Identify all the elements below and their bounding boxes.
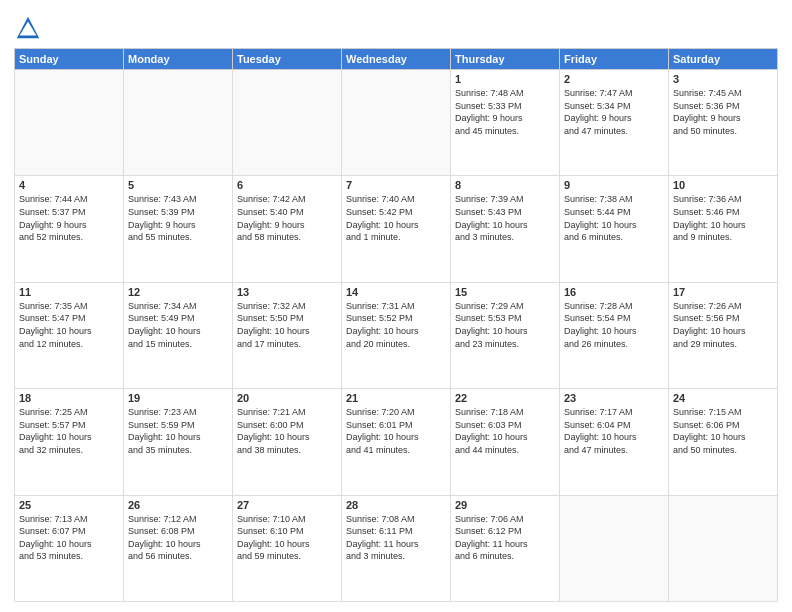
- weekday-header-row: SundayMondayTuesdayWednesdayThursdayFrid…: [15, 49, 778, 70]
- day-info: Sunrise: 7:26 AM Sunset: 5:56 PM Dayligh…: [673, 300, 773, 350]
- calendar-cell: 8Sunrise: 7:39 AM Sunset: 5:43 PM Daylig…: [451, 176, 560, 282]
- day-info: Sunrise: 7:25 AM Sunset: 5:57 PM Dayligh…: [19, 406, 119, 456]
- day-number: 25: [19, 499, 119, 511]
- day-info: Sunrise: 7:23 AM Sunset: 5:59 PM Dayligh…: [128, 406, 228, 456]
- day-number: 24: [673, 392, 773, 404]
- day-number: 22: [455, 392, 555, 404]
- page: SundayMondayTuesdayWednesdayThursdayFrid…: [0, 0, 792, 612]
- day-info: Sunrise: 7:36 AM Sunset: 5:46 PM Dayligh…: [673, 193, 773, 243]
- day-info: Sunrise: 7:08 AM Sunset: 6:11 PM Dayligh…: [346, 513, 446, 563]
- day-info: Sunrise: 7:20 AM Sunset: 6:01 PM Dayligh…: [346, 406, 446, 456]
- calendar-cell: [233, 70, 342, 176]
- weekday-header-wednesday: Wednesday: [342, 49, 451, 70]
- calendar-cell: 17Sunrise: 7:26 AM Sunset: 5:56 PM Dayli…: [669, 282, 778, 388]
- calendar-cell: 5Sunrise: 7:43 AM Sunset: 5:39 PM Daylig…: [124, 176, 233, 282]
- day-info: Sunrise: 7:45 AM Sunset: 5:36 PM Dayligh…: [673, 87, 773, 137]
- day-number: 27: [237, 499, 337, 511]
- day-number: 7: [346, 179, 446, 191]
- calendar-week-1: 1Sunrise: 7:48 AM Sunset: 5:33 PM Daylig…: [15, 70, 778, 176]
- day-info: Sunrise: 7:38 AM Sunset: 5:44 PM Dayligh…: [564, 193, 664, 243]
- calendar-cell: 22Sunrise: 7:18 AM Sunset: 6:03 PM Dayli…: [451, 389, 560, 495]
- weekday-header-friday: Friday: [560, 49, 669, 70]
- calendar-cell: [124, 70, 233, 176]
- calendar-cell: 20Sunrise: 7:21 AM Sunset: 6:00 PM Dayli…: [233, 389, 342, 495]
- day-number: 19: [128, 392, 228, 404]
- calendar-cell: 2Sunrise: 7:47 AM Sunset: 5:34 PM Daylig…: [560, 70, 669, 176]
- calendar-cell: 26Sunrise: 7:12 AM Sunset: 6:08 PM Dayli…: [124, 495, 233, 601]
- calendar-cell: 28Sunrise: 7:08 AM Sunset: 6:11 PM Dayli…: [342, 495, 451, 601]
- weekday-header-sunday: Sunday: [15, 49, 124, 70]
- day-number: 3: [673, 73, 773, 85]
- day-info: Sunrise: 7:12 AM Sunset: 6:08 PM Dayligh…: [128, 513, 228, 563]
- day-info: Sunrise: 7:31 AM Sunset: 5:52 PM Dayligh…: [346, 300, 446, 350]
- calendar-cell: 12Sunrise: 7:34 AM Sunset: 5:49 PM Dayli…: [124, 282, 233, 388]
- calendar-cell: 1Sunrise: 7:48 AM Sunset: 5:33 PM Daylig…: [451, 70, 560, 176]
- calendar-cell: [669, 495, 778, 601]
- day-info: Sunrise: 7:40 AM Sunset: 5:42 PM Dayligh…: [346, 193, 446, 243]
- calendar-week-5: 25Sunrise: 7:13 AM Sunset: 6:07 PM Dayli…: [15, 495, 778, 601]
- calendar-cell: 16Sunrise: 7:28 AM Sunset: 5:54 PM Dayli…: [560, 282, 669, 388]
- calendar-cell: 24Sunrise: 7:15 AM Sunset: 6:06 PM Dayli…: [669, 389, 778, 495]
- calendar-cell: [15, 70, 124, 176]
- day-number: 23: [564, 392, 664, 404]
- calendar-cell: 11Sunrise: 7:35 AM Sunset: 5:47 PM Dayli…: [15, 282, 124, 388]
- day-info: Sunrise: 7:44 AM Sunset: 5:37 PM Dayligh…: [19, 193, 119, 243]
- day-number: 20: [237, 392, 337, 404]
- calendar-body: 1Sunrise: 7:48 AM Sunset: 5:33 PM Daylig…: [15, 70, 778, 602]
- calendar-cell: 7Sunrise: 7:40 AM Sunset: 5:42 PM Daylig…: [342, 176, 451, 282]
- day-number: 14: [346, 286, 446, 298]
- logo-icon: [14, 14, 42, 42]
- calendar-cell: 27Sunrise: 7:10 AM Sunset: 6:10 PM Dayli…: [233, 495, 342, 601]
- day-number: 12: [128, 286, 228, 298]
- weekday-header-saturday: Saturday: [669, 49, 778, 70]
- day-info: Sunrise: 7:13 AM Sunset: 6:07 PM Dayligh…: [19, 513, 119, 563]
- day-info: Sunrise: 7:48 AM Sunset: 5:33 PM Dayligh…: [455, 87, 555, 137]
- calendar-cell: 14Sunrise: 7:31 AM Sunset: 5:52 PM Dayli…: [342, 282, 451, 388]
- calendar-cell: [560, 495, 669, 601]
- day-info: Sunrise: 7:15 AM Sunset: 6:06 PM Dayligh…: [673, 406, 773, 456]
- calendar-cell: 15Sunrise: 7:29 AM Sunset: 5:53 PM Dayli…: [451, 282, 560, 388]
- day-info: Sunrise: 7:06 AM Sunset: 6:12 PM Dayligh…: [455, 513, 555, 563]
- day-number: 10: [673, 179, 773, 191]
- calendar-week-3: 11Sunrise: 7:35 AM Sunset: 5:47 PM Dayli…: [15, 282, 778, 388]
- day-number: 2: [564, 73, 664, 85]
- day-info: Sunrise: 7:47 AM Sunset: 5:34 PM Dayligh…: [564, 87, 664, 137]
- day-info: Sunrise: 7:35 AM Sunset: 5:47 PM Dayligh…: [19, 300, 119, 350]
- calendar-cell: 9Sunrise: 7:38 AM Sunset: 5:44 PM Daylig…: [560, 176, 669, 282]
- calendar-cell: 18Sunrise: 7:25 AM Sunset: 5:57 PM Dayli…: [15, 389, 124, 495]
- day-info: Sunrise: 7:17 AM Sunset: 6:04 PM Dayligh…: [564, 406, 664, 456]
- calendar-week-2: 4Sunrise: 7:44 AM Sunset: 5:37 PM Daylig…: [15, 176, 778, 282]
- day-number: 4: [19, 179, 119, 191]
- calendar-cell: 23Sunrise: 7:17 AM Sunset: 6:04 PM Dayli…: [560, 389, 669, 495]
- weekday-header-monday: Monday: [124, 49, 233, 70]
- calendar-cell: 21Sunrise: 7:20 AM Sunset: 6:01 PM Dayli…: [342, 389, 451, 495]
- calendar-cell: 13Sunrise: 7:32 AM Sunset: 5:50 PM Dayli…: [233, 282, 342, 388]
- calendar-cell: 10Sunrise: 7:36 AM Sunset: 5:46 PM Dayli…: [669, 176, 778, 282]
- calendar-table: SundayMondayTuesdayWednesdayThursdayFrid…: [14, 48, 778, 602]
- weekday-header-tuesday: Tuesday: [233, 49, 342, 70]
- logo: [14, 14, 46, 42]
- day-info: Sunrise: 7:32 AM Sunset: 5:50 PM Dayligh…: [237, 300, 337, 350]
- day-info: Sunrise: 7:10 AM Sunset: 6:10 PM Dayligh…: [237, 513, 337, 563]
- calendar-header: SundayMondayTuesdayWednesdayThursdayFrid…: [15, 49, 778, 70]
- day-info: Sunrise: 7:42 AM Sunset: 5:40 PM Dayligh…: [237, 193, 337, 243]
- day-info: Sunrise: 7:43 AM Sunset: 5:39 PM Dayligh…: [128, 193, 228, 243]
- calendar-cell: 19Sunrise: 7:23 AM Sunset: 5:59 PM Dayli…: [124, 389, 233, 495]
- day-number: 5: [128, 179, 228, 191]
- weekday-header-thursday: Thursday: [451, 49, 560, 70]
- day-number: 26: [128, 499, 228, 511]
- calendar-cell: 4Sunrise: 7:44 AM Sunset: 5:37 PM Daylig…: [15, 176, 124, 282]
- day-number: 6: [237, 179, 337, 191]
- day-info: Sunrise: 7:28 AM Sunset: 5:54 PM Dayligh…: [564, 300, 664, 350]
- day-number: 17: [673, 286, 773, 298]
- day-number: 21: [346, 392, 446, 404]
- calendar-cell: [342, 70, 451, 176]
- day-number: 9: [564, 179, 664, 191]
- calendar-cell: 25Sunrise: 7:13 AM Sunset: 6:07 PM Dayli…: [15, 495, 124, 601]
- day-number: 11: [19, 286, 119, 298]
- calendar-cell: 29Sunrise: 7:06 AM Sunset: 6:12 PM Dayli…: [451, 495, 560, 601]
- calendar-cell: 6Sunrise: 7:42 AM Sunset: 5:40 PM Daylig…: [233, 176, 342, 282]
- day-number: 15: [455, 286, 555, 298]
- day-info: Sunrise: 7:21 AM Sunset: 6:00 PM Dayligh…: [237, 406, 337, 456]
- header: [14, 10, 778, 42]
